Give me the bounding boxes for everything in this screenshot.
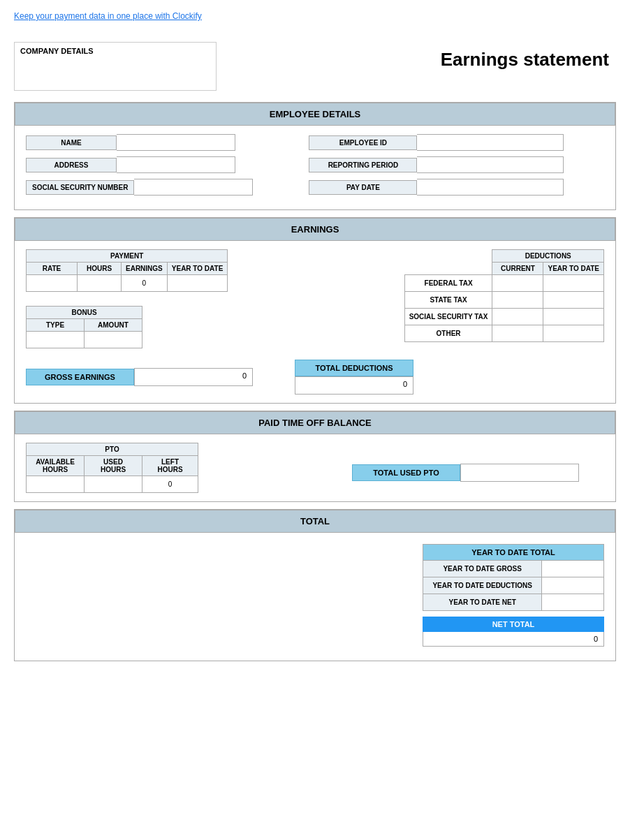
total-deductions-group: TOTAL DEDUCTIONS 0 <box>295 360 413 395</box>
pto-table-header: PTO <box>27 443 198 456</box>
state-tax-current[interactable] <box>492 292 543 309</box>
pay-date-label: PAY DATE <box>309 180 417 195</box>
net-total-wrapper: NET TOTAL 0 <box>423 617 604 647</box>
pto-header: PAID TIME OFF BALANCE <box>15 411 615 434</box>
col-amount: AMOUNT <box>85 319 142 332</box>
employee-details-section: EMPLOYEE DETAILS NAME ADDRESS SOCIAL SEC… <box>14 102 616 210</box>
ytd-gross-value[interactable] <box>542 561 604 577</box>
bonus-type-input[interactable] <box>31 334 80 345</box>
ytd-net-value[interactable] <box>542 594 604 611</box>
ytd-table: YEAR TO DATE TOTAL YEAR TO DATE GROSS YE… <box>423 544 604 611</box>
bonus-amount-input[interactable] <box>89 334 138 345</box>
ytd-deductions-value[interactable] <box>542 577 604 594</box>
payment-table-wrapper: PAYMENT RATE HOURS EARNINGS YEAR TO DATE <box>26 249 228 348</box>
bonus-table-wrapper: BONUS TYPE AMOUNT <box>26 306 228 348</box>
pto-section: PAID TIME OFF BALANCE PTO AVAILABLEHOURS… <box>14 411 616 502</box>
reporting-period-field-group: REPORTING PERIOD <box>309 156 564 173</box>
state-tax-ytd[interactable] <box>543 292 604 309</box>
name-label: NAME <box>26 135 117 150</box>
col-earnings: EARNINGS <box>122 263 168 275</box>
rate-cell[interactable] <box>27 275 78 292</box>
other-ytd[interactable] <box>543 325 604 342</box>
deductions-header: DEDUCTIONS <box>492 250 604 263</box>
reporting-period-label: REPORTING PERIOD <box>309 158 417 172</box>
gross-earnings-label: GROSS EARNINGS <box>26 369 134 385</box>
net-total-header: NET TOTAL <box>423 617 604 632</box>
pto-table: PTO AVAILABLEHOURS USEDHOURS LEFTHOURS 0 <box>26 443 198 493</box>
clockify-link[interactable]: Keep your payment data in one place with… <box>14 11 202 21</box>
reporting-period-input[interactable] <box>417 156 564 173</box>
total-section: TOTAL YEAR TO DATE TOTAL YEAR TO DATE GR… <box>14 509 616 661</box>
earnings-cell: 0 <box>122 275 168 292</box>
federal-tax-ytd[interactable] <box>543 275 604 292</box>
address-input[interactable] <box>117 156 235 173</box>
deductions-spacer <box>404 250 492 263</box>
other-current[interactable] <box>492 325 543 342</box>
used-hours-cell[interactable] <box>85 476 142 493</box>
ytd-header: YEAR TO DATE TOTAL <box>423 545 604 561</box>
ytd-deductions-row: YEAR TO DATE DEDUCTIONS <box>423 577 604 594</box>
ytd-gross-label: YEAR TO DATE GROSS <box>423 561 542 577</box>
employee-details-body: NAME ADDRESS SOCIAL SECURITY NUMBER EMPL… <box>15 126 615 209</box>
federal-tax-label: FEDERAL TAX <box>404 275 492 292</box>
pto-row: 0 <box>27 476 198 493</box>
gross-earnings-group: GROSS EARNINGS 0 <box>26 368 253 386</box>
ytd-cell[interactable] <box>167 275 228 292</box>
employee-id-input[interactable] <box>417 134 564 151</box>
payment-table: PAYMENT RATE HOURS EARNINGS YEAR TO DATE <box>26 249 228 292</box>
rate-input[interactable] <box>31 278 73 288</box>
federal-tax-row: FEDERAL TAX <box>404 275 603 292</box>
ss-tax-ytd[interactable] <box>543 309 604 325</box>
ytd-input[interactable] <box>173 278 222 288</box>
ytd-gross-row: YEAR TO DATE GROSS <box>423 561 604 577</box>
col-current: CURRENT <box>492 263 543 275</box>
other-label: OTHER <box>404 325 492 342</box>
ytd-net-row: YEAR TO DATE NET <box>423 594 604 611</box>
bonus-table: BONUS TYPE AMOUNT <box>26 306 142 348</box>
federal-tax-current[interactable] <box>492 275 543 292</box>
total-body: YEAR TO DATE TOTAL YEAR TO DATE GROSS YE… <box>15 533 615 661</box>
ss-tax-current[interactable] <box>492 309 543 325</box>
state-tax-label: STATE TAX <box>404 292 492 309</box>
earnings-section: EARNINGS PAYMENT RATE HOURS EARNINGS YEA… <box>14 217 616 404</box>
name-field-group: NAME <box>26 134 253 151</box>
address-label: ADDRESS <box>26 158 117 172</box>
pay-date-field-group: PAY DATE <box>309 179 564 196</box>
earnings-header: EARNINGS <box>15 218 615 241</box>
payment-row: 0 <box>27 275 228 292</box>
ytd-deductions-label: YEAR TO DATE DEDUCTIONS <box>423 577 542 594</box>
pto-table-wrapper: PTO AVAILABLEHOURS USEDHOURS LEFTHOURS 0 <box>26 443 198 493</box>
ytd-net-label: YEAR TO DATE NET <box>423 594 542 611</box>
employee-id-field-group: EMPLOYEE ID <box>309 134 564 151</box>
col-hours: HOURS <box>78 263 122 275</box>
name-input[interactable] <box>117 134 235 151</box>
address-field-group: ADDRESS <box>26 156 253 173</box>
header-row: COMPANY DETAILS Earnings statement <box>14 42 616 91</box>
available-hours-cell[interactable] <box>27 476 85 493</box>
bonus-type-cell[interactable] <box>27 332 85 348</box>
earnings-inner: PAYMENT RATE HOURS EARNINGS YEAR TO DATE <box>26 249 604 348</box>
hours-cell[interactable] <box>78 275 122 292</box>
gross-earnings-value: 0 <box>134 368 253 386</box>
company-details-box: COMPANY DETAILS <box>14 42 217 91</box>
ss-tax-label: SOCIAL SECURITY TAX <box>404 309 492 325</box>
deductions-table-wrapper: DEDUCTIONS CURRENT YEAR TO DATE FEDERAL … <box>270 249 604 348</box>
state-tax-row: STATE TAX <box>404 292 603 309</box>
col-ded-label <box>404 263 492 275</box>
total-used-pto-group: TOTAL USED PTO <box>352 464 579 482</box>
total-used-pto-value <box>460 464 579 482</box>
pay-date-input[interactable] <box>417 179 564 196</box>
employee-details-header: EMPLOYEE DETAILS <box>15 103 615 126</box>
bonus-row <box>27 332 142 348</box>
hours-input[interactable] <box>82 278 117 288</box>
col-used-hours: USEDHOURS <box>85 456 142 476</box>
employee-row-1: NAME ADDRESS SOCIAL SECURITY NUMBER EMPL… <box>26 134 604 196</box>
total-used-pto-label: TOTAL USED PTO <box>352 464 460 481</box>
bonus-amount-cell[interactable] <box>85 332 142 348</box>
col-left-hours: LEFTHOURS <box>142 456 198 476</box>
top-link-wrapper: Keep your payment data in one place with… <box>14 11 616 21</box>
earnings-totals-row: GROSS EARNINGS 0 TOTAL DEDUCTIONS 0 <box>26 360 604 395</box>
ssn-input[interactable] <box>134 179 253 196</box>
bonus-header: BONUS <box>27 307 142 319</box>
page-title: Earnings statement <box>441 49 609 71</box>
